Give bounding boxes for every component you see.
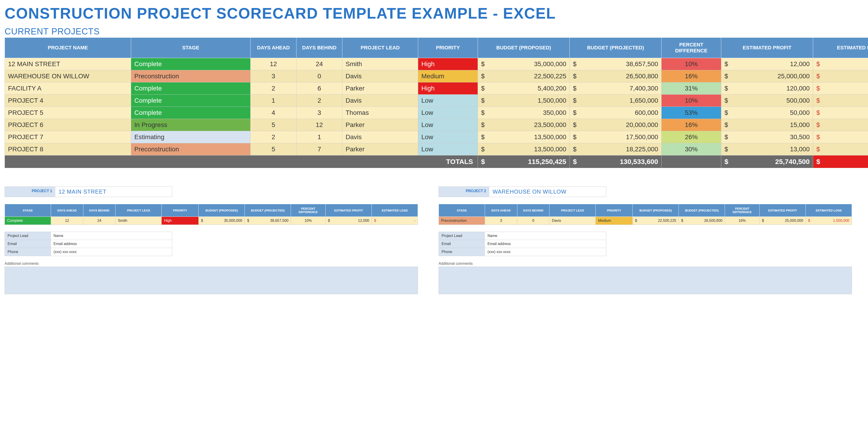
cell-days-behind[interactable]: 0 (297, 70, 342, 83)
cell-pct-diff[interactable]: 10% (661, 95, 721, 107)
mini-days-behind[interactable]: 0 (517, 217, 550, 225)
cell-loss[interactable]: $1,000 (813, 131, 868, 143)
col-name[interactable]: PROJECT NAME (5, 38, 131, 58)
mini-lead[interactable]: Smith (116, 217, 162, 225)
cell-pct-diff[interactable]: 26% (661, 131, 721, 143)
cell-name[interactable]: WAREHOUSE ON WILLOW (5, 70, 131, 83)
cell-pct-diff[interactable]: 10% (661, 58, 721, 70)
cell-days-ahead[interactable]: 12 (250, 58, 297, 70)
cell-pct-diff[interactable]: 30% (661, 143, 721, 155)
cell-days-ahead[interactable]: 2 (250, 83, 297, 95)
cell-priority[interactable]: Low (418, 107, 478, 119)
contact-email-value[interactable]: Email address (51, 240, 172, 248)
mini-pct-diff[interactable]: 10% (291, 217, 326, 225)
cell-profit[interactable]: $15,000 (721, 119, 813, 131)
col-profit[interactable]: ESTIMATED PROFIT (721, 38, 813, 58)
cell-budget-prop[interactable]: $13,500,000 (478, 143, 570, 155)
cell-days-ahead[interactable]: 5 (250, 119, 297, 131)
cell-days-behind[interactable]: 3 (297, 107, 342, 119)
cell-days-ahead[interactable]: 5 (250, 143, 297, 155)
cell-budget-proj[interactable]: $38,657,500 (570, 58, 661, 70)
mini-stage[interactable]: Complete (5, 217, 51, 225)
cell-days-behind[interactable]: 1 (297, 131, 342, 143)
contact-lead-value[interactable]: Name (485, 232, 606, 240)
cell-stage[interactable]: Complete (131, 58, 250, 70)
mini-loss[interactable]: $- (372, 217, 418, 225)
contact-lead-value[interactable]: Name (51, 232, 172, 240)
mini-days-ahead[interactable]: 3 (485, 217, 517, 225)
cell-pct-diff[interactable]: 16% (661, 70, 721, 83)
cell-days-ahead[interactable]: 1 (250, 95, 297, 107)
mini-loss[interactable]: $1,500,000 (806, 217, 852, 225)
cell-days-ahead[interactable]: 2 (250, 131, 297, 143)
project-title[interactable]: 12 MAIN STREET (55, 187, 172, 197)
project-title[interactable]: WAREHOUSE ON WILLOW (489, 187, 606, 197)
cell-budget-proj[interactable]: $17,500,000 (570, 131, 661, 143)
cell-days-behind[interactable]: 12 (297, 119, 342, 131)
cell-priority[interactable]: Low (418, 131, 478, 143)
cell-lead[interactable]: Davis (342, 131, 418, 143)
cell-days-behind[interactable]: 24 (297, 58, 342, 70)
mini-budget-prop[interactable]: $35,000,000 (198, 217, 245, 225)
contact-phone-value[interactable]: (xxx) xxx-xxxx (485, 248, 606, 256)
cell-name[interactable]: PROJECT 7 (5, 131, 131, 143)
cell-lead[interactable]: Thomas (342, 107, 418, 119)
cell-pct-diff[interactable]: 31% (661, 83, 721, 95)
col-days-ahead[interactable]: DAYS AHEAD (250, 38, 297, 58)
cell-stage[interactable]: In Progress (131, 119, 250, 131)
cell-stage[interactable]: Complete (131, 107, 250, 119)
cell-priority[interactable]: High (418, 83, 478, 95)
cell-name[interactable]: PROJECT 5 (5, 107, 131, 119)
cell-budget-prop[interactable]: $35,000,000 (478, 58, 570, 70)
comments-box[interactable] (439, 267, 852, 294)
cell-lead[interactable]: Parker (342, 83, 418, 95)
mini-priority[interactable]: High (162, 217, 198, 225)
cell-stage[interactable]: Preconstruction (131, 143, 250, 155)
cell-lead[interactable]: Davis (342, 70, 418, 83)
cell-days-behind[interactable]: 2 (297, 95, 342, 107)
contact-phone-value[interactable]: (xxx) xxx-xxxx (51, 248, 172, 256)
cell-budget-prop[interactable]: $23,500,000 (478, 119, 570, 131)
cell-priority[interactable]: Low (418, 119, 478, 131)
cell-priority[interactable]: High (418, 58, 478, 70)
mini-days-ahead[interactable]: 12 (51, 217, 83, 225)
cell-name[interactable]: PROJECT 4 (5, 95, 131, 107)
cell-name[interactable]: FACILITY A (5, 83, 131, 95)
col-budget-prop[interactable]: BUDGET (PROPOSED) (478, 38, 570, 58)
col-lead[interactable]: PROJECT LEAD (342, 38, 418, 58)
mini-budget-proj[interactable]: $26,500,800 (679, 217, 725, 225)
contact-email-value[interactable]: Email address (485, 240, 606, 248)
cell-budget-proj[interactable]: $18,225,000 (570, 143, 661, 155)
cell-budget-prop[interactable]: $22,500,225 (478, 70, 570, 83)
cell-lead[interactable]: Davis (342, 95, 418, 107)
cell-profit[interactable]: $50,000 (721, 107, 813, 119)
cell-priority[interactable]: Medium (418, 70, 478, 83)
cell-profit[interactable]: $13,000 (721, 143, 813, 155)
cell-stage[interactable]: Complete (131, 95, 250, 107)
mini-profit[interactable]: $25,000,000 (760, 217, 806, 225)
cell-lead[interactable]: Parker (342, 143, 418, 155)
cell-days-behind[interactable]: 7 (297, 143, 342, 155)
cell-days-behind[interactable]: 6 (297, 83, 342, 95)
cell-profit[interactable]: $120,000 (721, 83, 813, 95)
cell-budget-proj[interactable]: $600,000 (570, 107, 661, 119)
cell-priority[interactable]: Low (418, 95, 478, 107)
cell-profit[interactable]: $500,000 (721, 95, 813, 107)
cell-pct-diff[interactable]: 53% (661, 107, 721, 119)
cell-budget-prop[interactable]: $5,400,200 (478, 83, 570, 95)
cell-budget-proj[interactable]: $7,400,300 (570, 83, 661, 95)
col-priority[interactable]: PRIORITY (418, 38, 478, 58)
cell-budget-proj[interactable]: $26,500,800 (570, 70, 661, 83)
cell-profit[interactable]: $12,000 (721, 58, 813, 70)
cell-budget-prop[interactable]: $350,000 (478, 107, 570, 119)
cell-name[interactable]: PROJECT 8 (5, 143, 131, 155)
cell-budget-proj[interactable]: $20,000,000 (570, 119, 661, 131)
cell-name[interactable]: 12 MAIN STREET (5, 58, 131, 70)
col-stage[interactable]: STAGE (131, 38, 250, 58)
cell-name[interactable]: PROJECT 6 (5, 119, 131, 131)
col-loss[interactable]: ESTIMATED LOSS (813, 38, 868, 58)
cell-loss[interactable]: $- (813, 58, 868, 70)
mini-budget-proj[interactable]: $38,657,500 (245, 217, 291, 225)
cell-stage[interactable]: Complete (131, 83, 250, 95)
cell-loss[interactable]: $3,000 (813, 107, 868, 119)
